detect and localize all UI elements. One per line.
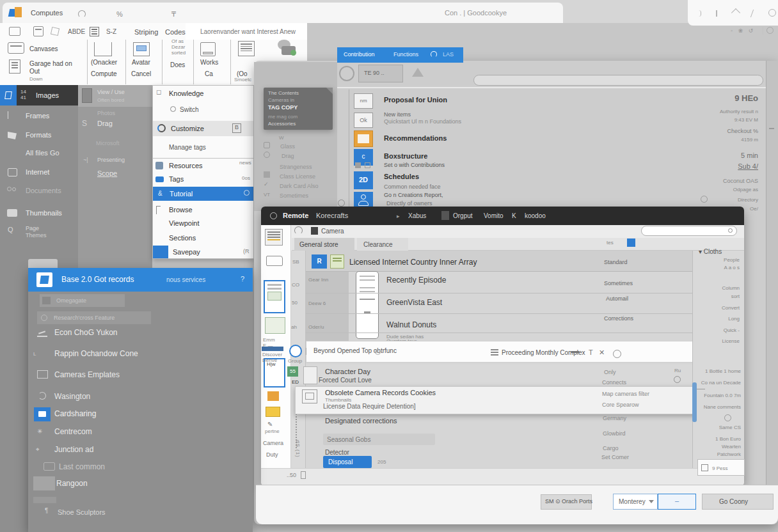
mail-item-title[interactable]: Boxstructure xyxy=(384,152,427,160)
menu-item-knowledge[interactable]: Knowledge xyxy=(169,90,203,97)
tab-abde[interactable]: ABDE xyxy=(68,28,85,35)
rail-thumb-table[interactable] xyxy=(265,317,285,334)
leftwin-header[interactable]: Base 2.0 Got records nous services ? xyxy=(28,268,253,292)
file-menu-icon[interactable] xyxy=(9,27,20,36)
panel-item[interactable]: Convert xyxy=(695,305,740,311)
refresh-icon[interactable] xyxy=(78,10,86,18)
fg-row-title[interactable]: GreenVista East xyxy=(386,298,442,307)
fg-menu-xabus[interactable]: Xabus xyxy=(408,212,426,219)
menu-item-resources[interactable]: Resources xyxy=(169,162,203,169)
fg-menu-k[interactable]: K xyxy=(512,212,516,219)
fg-titlebar[interactable]: Remote Korecrafts ▸ Xabus Orgput Vomito … xyxy=(261,207,744,225)
mail-item-title[interactable]: Set o with Contributions xyxy=(384,162,445,168)
ribbon-g5-l1[interactable]: Works xyxy=(200,59,218,66)
panel-item[interactable]: Column xyxy=(695,285,740,291)
scrollbar-strip[interactable] xyxy=(766,61,778,485)
fg-search-pill[interactable] xyxy=(641,226,737,236)
submenu-item-drag[interactable]: Drag xyxy=(97,120,113,127)
document-lines-icon[interactable] xyxy=(238,41,255,56)
panel-item[interactable]: License xyxy=(695,338,740,344)
row4-pill[interactable]: Seasonal Gobs xyxy=(323,434,435,445)
rail-orange-icon[interactable] xyxy=(267,391,279,401)
ribbon-g5-l2[interactable]: Ca xyxy=(205,70,213,77)
ribbon-g2-l2[interactable]: Compute xyxy=(91,70,117,77)
phone-thumb[interactable] xyxy=(356,271,379,339)
mail-item-title[interactable]: Recommendations xyxy=(384,134,447,142)
rail-thumb-list[interactable] xyxy=(265,229,283,246)
submenu-item-microsoft[interactable]: Microsoft xyxy=(96,140,120,146)
menu-item-browse[interactable]: Browse xyxy=(169,206,193,214)
fg-menu-orgput[interactable]: Orgput xyxy=(453,212,473,219)
ribbon-g4-l4[interactable]: Does xyxy=(170,61,185,68)
submenu-item-photos[interactable]: Photos xyxy=(97,110,115,116)
fg-row-title[interactable]: Recently Episode xyxy=(386,276,446,285)
panel-scroll-thumb[interactable] xyxy=(692,382,697,422)
mail-item-title[interactable]: New items xyxy=(384,111,411,118)
panel-item[interactable]: Quick - xyxy=(695,327,740,333)
circle-icon[interactable] xyxy=(768,9,776,17)
leftwin-item[interactable]: Wasington xyxy=(54,392,90,401)
bracket-icon[interactable] xyxy=(697,10,701,17)
ribbon-g3-l1[interactable]: Avatar xyxy=(132,59,150,66)
disposal-button[interactable]: Disposal xyxy=(323,456,372,468)
tab-striping[interactable]: Striping xyxy=(134,28,158,36)
leftwin-item[interactable]: Cameras Emplates xyxy=(54,370,120,379)
mini-popup[interactable]: 9 Pess xyxy=(697,459,745,476)
context-item-dark-card[interactable]: Dark Card Also xyxy=(280,183,319,189)
group-avatar-icon[interactable] xyxy=(289,345,302,357)
row3-title[interactable]: Designated corrections xyxy=(325,417,397,425)
leftwin-item[interactable]: Junction ad xyxy=(54,445,93,454)
panel-item[interactable]: People xyxy=(695,257,740,263)
sidebar-item-images[interactable]: 1441 Images xyxy=(0,85,78,106)
fg-row-title[interactable]: Walnut Donuts xyxy=(386,320,436,329)
plus-circle-icon[interactable] xyxy=(724,414,731,421)
rail-yellow-icon[interactable] xyxy=(266,407,280,417)
panel-item[interactable]: 1 Bottle 1 home xyxy=(695,368,741,374)
mail-item-title[interactable]: Go n Creations Report, xyxy=(384,192,443,198)
menu-item-manage-tags[interactable]: Manage tags xyxy=(169,144,206,151)
menu-item-sections[interactable]: Sections xyxy=(169,234,196,242)
leftwin-item-box[interactable]: Research'cross Feature xyxy=(37,311,151,324)
leftwin-help-icon[interactable]: ? xyxy=(241,275,244,283)
leftwin-tab[interactable] xyxy=(28,259,58,269)
ribbon-g2-l1[interactable]: (Onacker xyxy=(91,59,117,66)
mail-item-title[interactable]: Schedules xyxy=(384,173,419,180)
ribbon-g1-l2[interactable]: Garage had on xyxy=(29,60,72,67)
context-item-sometimes[interactable]: Sometimes xyxy=(280,192,308,199)
circle-outline-icon[interactable] xyxy=(766,27,774,34)
context-item-glass[interactable]: Glass xyxy=(280,143,295,150)
fg-tab-clearance[interactable]: Clearance xyxy=(357,238,408,251)
minus-icon[interactable] xyxy=(571,351,579,353)
pen-icon[interactable] xyxy=(731,8,740,17)
mail-item-title[interactable]: Proposal for Union xyxy=(384,96,447,104)
rail-thumb-frame[interactable] xyxy=(264,280,285,313)
menu-item-tutorial[interactable]: & Tutorial xyxy=(153,187,253,201)
fg-menu-icon[interactable] xyxy=(441,211,449,220)
ribbon-g3-l2[interactable]: Cancel xyxy=(131,70,151,77)
tab-sz[interactable]: S-Z xyxy=(106,28,116,35)
list-tab-icon[interactable] xyxy=(90,27,99,36)
ports-button[interactable]: SM ⊙ Orach Ports xyxy=(541,494,592,510)
sidebar-item-page[interactable]: Page xyxy=(26,225,39,231)
sidebar-item-internet[interactable]: Internet xyxy=(26,168,49,176)
ribbon-g1-l1[interactable]: Canvases xyxy=(29,45,58,52)
fg-sync-icon[interactable] xyxy=(294,226,303,235)
leftwin-item[interactable]: Cardsharing xyxy=(54,409,96,418)
text-tool-icon[interactable]: T xyxy=(589,348,593,356)
panel-item[interactable]: A a o s xyxy=(695,265,740,270)
menu-item-switch[interactable]: Switch xyxy=(180,106,198,113)
leftwin-item[interactable]: Rangoon xyxy=(56,479,88,488)
panel-item[interactable]: 1 Bon Euro xyxy=(695,436,741,442)
fg-menu-koodoo[interactable]: koodoo xyxy=(525,212,546,219)
fg-tab-general[interactable]: General store xyxy=(294,238,354,251)
leftwin-item[interactable]: Last common xyxy=(59,462,105,471)
menu-item-savepay[interactable]: Savepay xyxy=(173,248,200,256)
fg-menu-vomito[interactable]: Vomito xyxy=(484,212,504,219)
submenu-selected[interactable]: View / Use Often bored xyxy=(78,85,152,107)
panel-item[interactable]: Nane comments xyxy=(695,404,741,410)
menu-item-viewpoint[interactable]: Viewpoint xyxy=(169,219,200,227)
panel-item[interactable]: Long xyxy=(695,316,740,322)
envelope-icon[interactable] xyxy=(8,42,24,54)
slash-icon[interactable] xyxy=(750,10,759,17)
menu-item-tags[interactable]: Tags xyxy=(169,175,184,183)
